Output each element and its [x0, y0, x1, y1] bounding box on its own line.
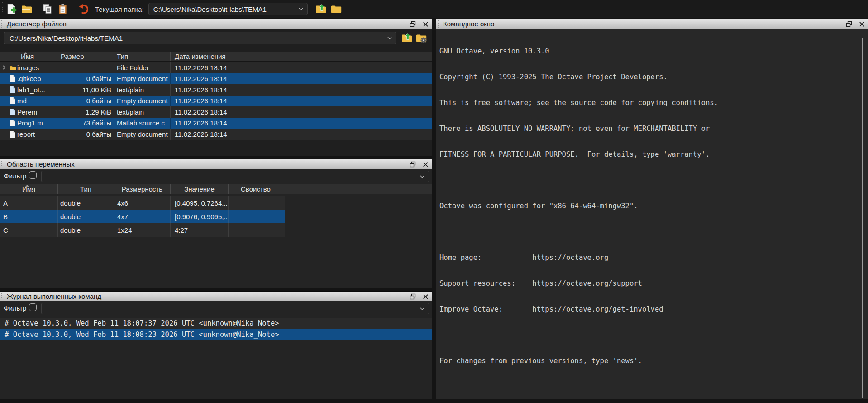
file-row-lab1[interactable]: lab1_ot... 11,00 KiB text/plain 11.02.20… [0, 84, 432, 96]
column-header-value[interactable]: Значение [171, 184, 229, 194]
file-icon [8, 97, 17, 105]
filter-combobox[interactable] [41, 171, 429, 182]
panel-drag-handle[interactable] [0, 161, 3, 168]
paste-icon [57, 3, 69, 15]
close-button[interactable] [858, 20, 865, 28]
column-header-size[interactable]: Размер [57, 52, 114, 61]
history-entry[interactable]: # Octave 10.3.0, Wed Feb 11 18:08:23 202… [0, 329, 432, 341]
chevron-down-icon [420, 175, 425, 178]
browse-folder-button[interactable] [329, 2, 344, 16]
undock-icon [410, 293, 416, 300]
command-window-output[interactable]: GNU Octave, version 10.3.0 Copyright (C)… [439, 30, 718, 403]
current-folder-combobox[interactable]: C:\Users\Nika\Desktop\it-labs\TEMA1 [148, 3, 308, 15]
file-row-images[interactable]: images File Folder 11.02.2026 18:14 [0, 62, 432, 73]
undock-button[interactable] [409, 161, 416, 168]
undock-button[interactable] [409, 293, 416, 300]
paste-button[interactable] [55, 2, 71, 16]
chevron-down-icon [298, 7, 304, 11]
one-directory-up-button[interactable] [400, 31, 414, 45]
folder-gear-icon [415, 32, 427, 44]
current-folder-label: Текущая папка: [95, 5, 144, 13]
file-browser-pathrow: C:/Users/Nika/Desktop/it-labs/TEMA1 [0, 29, 432, 48]
undock-button[interactable] [845, 20, 853, 28]
filter-combobox[interactable] [41, 303, 429, 314]
column-header-name[interactable]: Имя [0, 52, 57, 61]
close-button[interactable] [422, 161, 429, 168]
command-history-panel: Журнал выполненных команд Фильтр # Octav… [0, 291, 432, 399]
workspace-table: A double 4x6 [0.4095, 0.7264,... B doubl… [0, 196, 285, 237]
file-row-report[interactable]: report 0 байты Empty document 11.02.2026… [0, 129, 432, 140]
close-button[interactable] [422, 293, 429, 300]
file-icon [8, 75, 17, 82]
filter-label: Фильтр [4, 172, 26, 180]
panel-title: Область переменных [7, 160, 75, 168]
filter-label: Фильтр [4, 304, 26, 312]
workspace-filterrow: Фильтр [0, 169, 432, 184]
file-row-prog1[interactable]: Prog1.m 73 байты Matlab source c... 11.0… [0, 118, 432, 129]
variable-row-A[interactable]: A double 4x6 [0.4095, 0.7264,... [0, 196, 285, 210]
panel-drag-handle[interactable] [437, 20, 439, 28]
panel-title: Командное окно [443, 20, 494, 28]
file-icon [8, 119, 17, 127]
filter-checkbox[interactable] [29, 303, 37, 311]
close-icon [423, 21, 429, 27]
variable-row-C[interactable]: C double 1x24 4:27 [0, 223, 285, 237]
history-entry[interactable]: # Octave 10.3.0, Wed Feb 11 18:07:37 202… [0, 318, 432, 329]
panel-drag-handle[interactable] [0, 20, 3, 28]
workspace-titlebar[interactable]: Область переменных [0, 159, 432, 169]
chevron-down-icon [420, 307, 425, 311]
new-script-button[interactable] [4, 2, 19, 16]
history-titlebar[interactable]: Журнал выполненных команд [0, 291, 432, 301]
browser-path-combobox[interactable]: C:/Users/Nika/Desktop/it-labs/TEMA1 [4, 32, 396, 44]
file-row-perem[interactable]: Perem 1,29 KiB text/plain 11.02.2026 18:… [0, 106, 432, 118]
folder-actions-button[interactable] [415, 31, 428, 45]
undock-icon [846, 21, 852, 27]
history-list: # Octave 10.3.0, Wed Feb 11 18:07:37 202… [0, 318, 432, 340]
column-header-type[interactable]: Тип [58, 184, 114, 194]
file-row-md[interactable]: md 0 байты Empty document 11.02.2026 18:… [0, 96, 432, 107]
column-header-attr[interactable]: Свойство [229, 184, 285, 194]
close-button[interactable] [422, 20, 429, 28]
open-folder-icon [21, 3, 33, 15]
folder-up-icon [401, 32, 413, 44]
file-table-header: Имя Размер Тип Дата изменения [0, 52, 432, 62]
text-file-icon [8, 108, 17, 116]
column-header-date[interactable]: Дата изменения [171, 52, 432, 61]
close-icon [423, 294, 429, 300]
column-header-name[interactable]: Имя [0, 184, 58, 194]
folder-up-button[interactable] [313, 2, 329, 16]
close-icon [859, 21, 865, 27]
command-window-titlebar[interactable]: Командное окно [436, 19, 868, 29]
workspace-table-header: Имя Тип Размерность Значение Свойство [0, 184, 432, 194]
undock-icon [410, 21, 416, 27]
file-browser-titlebar[interactable]: Диспетчер файлов [0, 19, 432, 29]
folder-icon [330, 3, 342, 15]
copy-button[interactable] [40, 2, 55, 16]
column-header-type[interactable]: Тип [114, 52, 171, 61]
undock-button[interactable] [409, 20, 416, 28]
panel-drag-handle[interactable] [0, 293, 3, 300]
text-file-icon [8, 86, 17, 94]
main-toolbar: Текущая папка: C:\Users\Nika\Desktop\it-… [0, 0, 868, 18]
file-table: images File Folder 11.02.2026 18:14 .git… [0, 62, 432, 140]
new-script-icon [5, 3, 17, 15]
undo-button[interactable] [76, 2, 91, 16]
panel-title: Диспетчер файлов [7, 20, 67, 28]
file-browser-panel: Диспетчер файлов C:/Users/Nika/Desktop/i… [0, 19, 432, 156]
open-file-button[interactable] [19, 2, 34, 16]
octave-main-window: Текущая папка: C:\Users\Nika\Desktop\it-… [0, 0, 868, 403]
panel-title: Журнал выполненных команд [7, 293, 101, 300]
variable-row-B[interactable]: B double 4x7 [0.9076, 0.9095,... [0, 210, 285, 223]
close-icon [423, 162, 429, 168]
column-header-dims[interactable]: Размерность [114, 184, 171, 194]
browser-path-value: C:/Users/Nika/Desktop/it-labs/TEMA1 [10, 34, 123, 42]
expander-icon[interactable] [0, 65, 8, 70]
filter-checkbox[interactable] [29, 171, 37, 179]
undo-icon [78, 3, 90, 15]
vertical-scrollbar[interactable] [862, 38, 863, 398]
undock-icon [410, 161, 416, 168]
file-row-gitkeep[interactable]: .gitkeep 0 байты Empty document 11.02.20… [0, 73, 432, 85]
command-window-panel: Командное окно GNU Octave, version 10.3.… [436, 19, 868, 399]
sort-indicator [25, 185, 29, 187]
current-folder-value: C:\Users\Nika\Desktop\it-labs\TEMA1 [153, 5, 267, 13]
